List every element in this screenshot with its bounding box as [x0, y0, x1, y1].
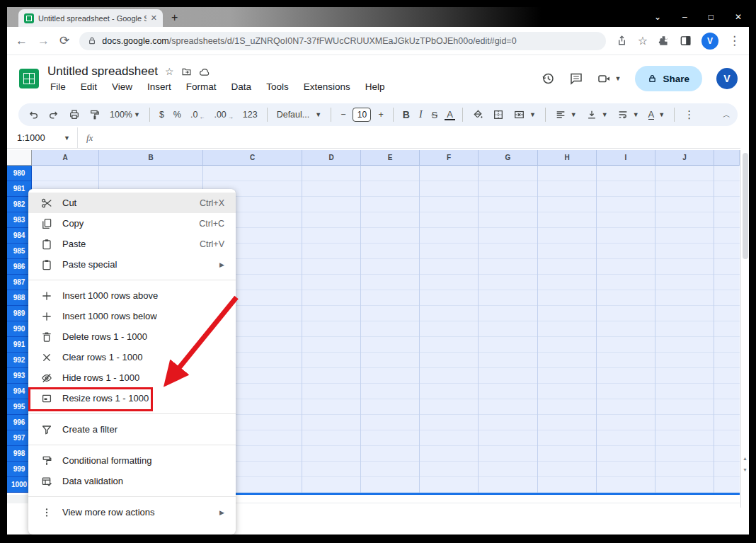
column-header-F[interactable]: F [420, 150, 479, 166]
share-button[interactable]: Share [635, 66, 702, 91]
menu-item-insert-1000-rows-below[interactable]: Insert 1000 rows below [28, 306, 236, 326]
text-rotation-button[interactable]: A▼ [646, 110, 668, 120]
menu-item-clear-rows-1-1000[interactable]: Clear rows 1 - 1000 [28, 347, 236, 367]
gridline [478, 166, 479, 493]
menu-format[interactable]: Format [183, 81, 219, 93]
share-page-icon[interactable] [616, 35, 628, 47]
scroll-up-icon[interactable]: ▲ [743, 456, 748, 461]
menu-item-view-more-row-actions[interactable]: View more row actions▶ [28, 502, 236, 522]
format-percent-button[interactable]: % [171, 110, 183, 120]
paint-format-icon[interactable] [87, 109, 103, 120]
zoom-select[interactable]: 100%▼ [108, 110, 142, 120]
decrease-font-size-button[interactable]: − [338, 110, 348, 120]
forward-icon[interactable]: → [38, 34, 50, 48]
format-currency-button[interactable]: $ [157, 110, 166, 120]
column-header-B[interactable]: B [99, 150, 203, 166]
tab-close-icon[interactable]: ✕ [151, 13, 157, 23]
menu-item-cut[interactable]: CutCtrl+X [28, 193, 236, 213]
menu-item-insert-1000-rows-above[interactable]: Insert 1000 rows above [28, 285, 236, 306]
collapse-toolbar-icon[interactable]: ︿ [723, 110, 731, 120]
menu-item-create-a-filter[interactable]: Create a filter [28, 419, 236, 440]
print-icon[interactable] [67, 109, 82, 120]
menu-help[interactable]: Help [362, 81, 388, 93]
menu-item-paste[interactable]: PasteCtrl+V [28, 234, 236, 254]
bookmark-star-icon[interactable]: ☆ [638, 34, 648, 47]
address-bar[interactable]: docs.google.com/spreadsheets/d/1S_uZNRQo… [79, 32, 605, 50]
increase-decimal-button[interactable]: .00→ [212, 110, 235, 120]
menu-item-hide-rows-1-1000[interactable]: Hide rows 1 - 1000 [28, 367, 236, 388]
fill-color-icon[interactable] [470, 109, 486, 120]
strikethrough-button[interactable]: S [430, 110, 440, 120]
window-minimize-icon[interactable]: – [682, 12, 687, 22]
browser-tab[interactable]: Untitled spreadsheet - Google Sh ✕ [18, 9, 163, 27]
lock-icon [648, 74, 657, 84]
document-title[interactable]: Untitled spreadsheet [47, 64, 158, 79]
browser-profile-avatar[interactable]: V [701, 33, 718, 50]
column-header-C[interactable]: C [203, 150, 302, 166]
submenu-arrow-icon: ▶ [219, 509, 224, 516]
font-size-input[interactable]: 10 [353, 108, 371, 122]
window-maximize-icon[interactable]: □ [709, 12, 714, 22]
borders-icon[interactable] [491, 109, 506, 120]
select-all-corner[interactable] [7, 150, 32, 166]
menu-item-conditional-formatting[interactable]: Conditional formatting [28, 450, 236, 471]
extensions-puzzle-icon[interactable] [658, 35, 670, 47]
lock-icon [88, 36, 96, 45]
column-header-D[interactable]: D [302, 150, 361, 166]
menu-item-label: Hide rows 1 - 1000 [62, 372, 224, 383]
column-header-E[interactable]: E [361, 150, 420, 166]
side-panel-icon[interactable] [680, 35, 692, 47]
move-folder-icon[interactable] [181, 67, 192, 77]
vertical-align-button[interactable]: ▼ [584, 109, 610, 120]
redo-icon[interactable] [46, 109, 62, 120]
more-options-icon[interactable]: ⋮ [682, 108, 697, 121]
comments-icon[interactable] [569, 72, 583, 86]
menu-item-paste-special[interactable]: Paste special▶ [28, 254, 236, 275]
menu-edit[interactable]: Edit [78, 81, 100, 93]
menu-insert[interactable]: Insert [144, 81, 174, 93]
menu-item-label: Conditional formatting [62, 455, 224, 466]
vertical-scrollbar[interactable]: ▲ ▼ [740, 150, 749, 508]
text-color-button[interactable]: A [445, 110, 455, 120]
browser-menu-icon[interactable]: ⋮ [728, 33, 740, 48]
menu-view[interactable]: View [109, 81, 135, 93]
text-wrap-button[interactable]: ▼ [615, 109, 641, 120]
version-history-icon[interactable] [541, 72, 555, 86]
cloud-status-icon[interactable] [199, 67, 211, 77]
name-box[interactable]: 1:1000 ▼ [7, 127, 78, 148]
column-header-H[interactable]: H [538, 150, 597, 166]
increase-font-size-button[interactable]: + [376, 110, 385, 120]
menu-extensions[interactable]: Extensions [301, 81, 353, 93]
menu-tools[interactable]: Tools [263, 81, 292, 93]
reload-icon[interactable]: ⟳ [59, 33, 69, 48]
bold-button[interactable]: B [401, 109, 412, 120]
italic-button[interactable]: I [417, 109, 425, 120]
column-header-G[interactable]: G [479, 150, 538, 166]
column-header-A[interactable]: A [32, 150, 99, 166]
menu-item-copy[interactable]: CopyCtrl+C [28, 213, 236, 234]
menu-item-data-validation[interactable]: Data validation [28, 471, 236, 491]
font-family-select[interactable]: Defaul...▼ [275, 110, 323, 120]
window-close-icon[interactable]: ✕ [735, 12, 742, 22]
meet-button[interactable]: ▼ [597, 72, 622, 85]
horizontal-align-button[interactable]: ▼ [553, 109, 579, 120]
number-format-button[interactable]: 123 [241, 110, 260, 120]
account-avatar[interactable]: V [716, 68, 738, 89]
window-menu-icon[interactable]: ⌄ [654, 12, 661, 22]
decrease-decimal-button[interactable]: .0← [188, 110, 207, 120]
column-header-I[interactable]: I [597, 150, 655, 166]
merge-cells-button[interactable]: ▼ [511, 109, 538, 120]
star-icon[interactable]: ☆ [165, 66, 174, 77]
back-icon[interactable]: ← [16, 34, 28, 48]
row-header-980[interactable]: 980 [7, 166, 32, 181]
undo-icon[interactable] [25, 109, 41, 120]
scroll-down-icon[interactable]: ▼ [743, 467, 748, 472]
sheets-logo[interactable] [19, 69, 39, 88]
menu-item-delete-rows-1-1000[interactable]: Delete rows 1 - 1000 [28, 326, 236, 347]
menubar: FileEditViewInsertFormatDataToolsExtensi… [47, 81, 387, 93]
menu-file[interactable]: File [47, 81, 69, 93]
column-header-partial[interactable] [714, 150, 740, 166]
new-tab-button[interactable]: + [171, 11, 178, 24]
menu-data[interactable]: Data [229, 81, 255, 93]
column-header-J[interactable]: J [655, 150, 714, 166]
